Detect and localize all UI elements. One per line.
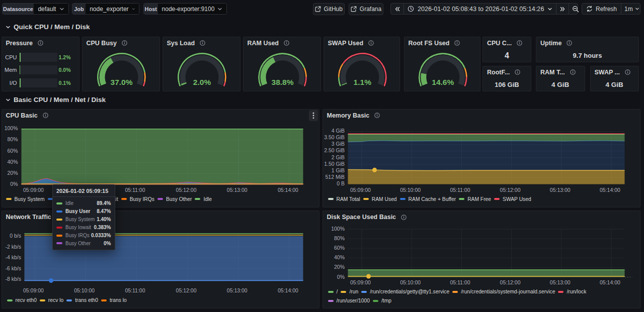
svg-text:37.0%: 37.0% bbox=[110, 78, 132, 86]
svg-text:14.6%: 14.6% bbox=[432, 78, 454, 86]
svg-text:2.0%: 2.0% bbox=[193, 78, 211, 86]
svg-text:38.8%: 38.8% bbox=[271, 78, 293, 86]
svg-text:1.1%: 1.1% bbox=[353, 78, 371, 86]
